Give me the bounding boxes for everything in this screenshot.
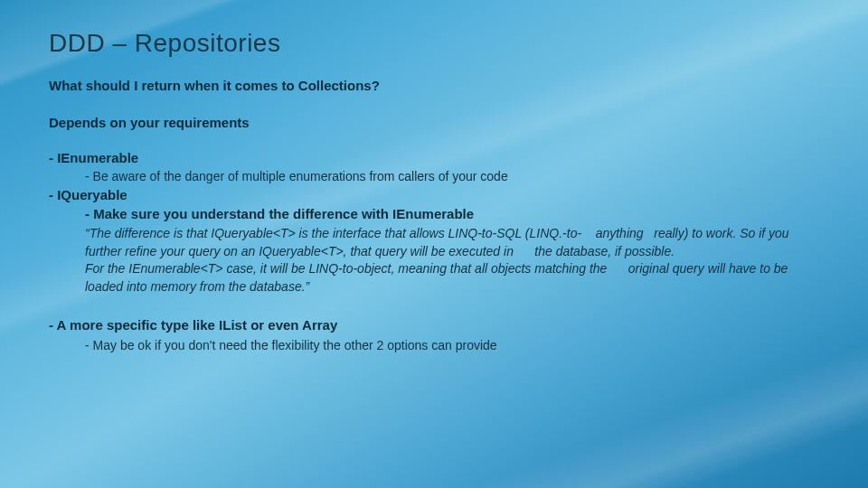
bullet-iqueryable-note: - Make sure you understand the differenc…: [85, 206, 819, 221]
slide-content: DDD – Repositories What should I return …: [0, 0, 868, 371]
bullet-ienumerable-note: - Be aware of the danger of multiple enu…: [85, 169, 819, 183]
slide-title: DDD – Repositories: [49, 29, 819, 58]
iqueryable-quote: “The difference is that IQueryable<T> is…: [85, 225, 819, 296]
bullet-iqueryable: - IQueryable: [49, 187, 819, 202]
depends-line: Depends on your requirements: [49, 115, 819, 130]
bullet-ilist: - A more specific type like IList or eve…: [49, 317, 819, 333]
bullet-ilist-note: - May be ok if you don't need the flexib…: [85, 338, 819, 352]
question-line: What should I return when it comes to Co…: [49, 78, 819, 93]
slide: DDD – Repositories What should I return …: [0, 0, 868, 488]
bullet-ienumerable: - IEnumerable: [49, 150, 819, 165]
